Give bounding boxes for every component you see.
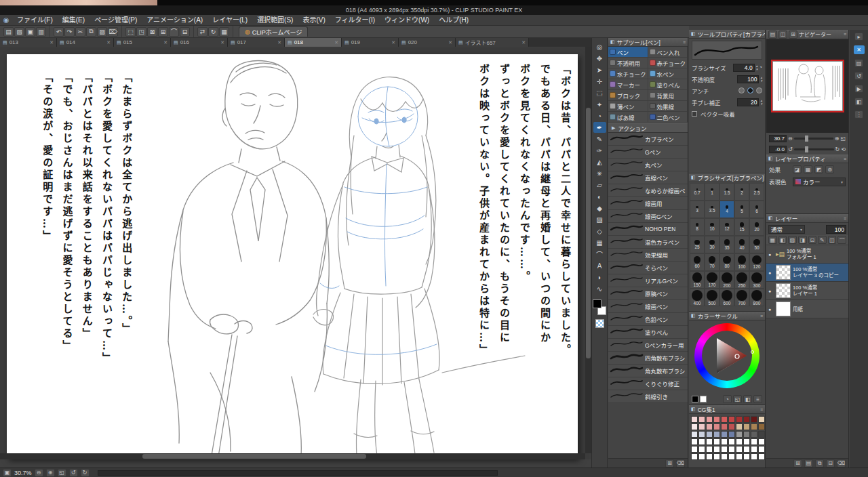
layer-thumbnail[interactable] [776,265,791,280]
layer-panel-header[interactable]: ◧ レイヤー ≡ [766,214,848,223]
background-color-chip[interactable] [700,396,707,402]
subtool-item[interactable]: 薄ペン [608,101,648,112]
save-all-icon[interactable]: ▥ [36,27,46,37]
brush-list-item[interactable]: なめらか線画ペ [608,184,688,197]
status-fit-icon[interactable]: ◱ [58,469,66,477]
brush-size-cell[interactable]: 0.7 [690,183,705,201]
color-swatch[interactable] [728,453,735,460]
brush-list-item[interactable]: 角丸散布ブラシ [608,365,688,377]
brush-list-item[interactable]: 四角散布ブラシ [608,352,688,365]
page-tab[interactable]: ▤015✕ [114,38,171,47]
navigator-zoom-value[interactable]: 30.7 [769,135,787,142]
balloon-tool[interactable]: ◗ [593,272,606,283]
undo-icon[interactable]: ↶ [54,27,64,37]
brush-size-cell[interactable]: 10 [705,218,719,236]
color-swatch[interactable] [691,423,698,430]
color-swatch[interactable] [758,423,765,430]
reset-rotation-icon[interactable]: ⟲ [841,146,846,152]
brush-size-cell[interactable]: 70 [705,253,719,271]
color-swatch[interactable] [758,431,765,438]
canvas-horizontal-scrollbar[interactable] [0,453,585,459]
new-folder-icon[interactable]: ▤ [804,459,813,468]
brush-size-cell[interactable]: 400 [690,289,705,306]
color-swatch[interactable] [743,416,750,423]
brush-list-item[interactable]: 丸ペン [608,159,688,171]
menu-item[interactable]: フィルター(I) [330,15,380,26]
eyedropper-tool[interactable]: ◔ [593,110,606,121]
brush-size-cell[interactable]: 600 [719,289,734,306]
lock-transparent-icon[interactable]: ▨ [788,236,797,244]
color-swatch[interactable] [706,416,713,423]
navigator-tab-icon[interactable]: ▤ [768,30,777,39]
subtool-item[interactable]: 赤チョーク [648,58,688,68]
add-subtool-icon[interactable]: ⊞ [665,459,674,468]
subview-tab-icon[interactable]: ◫ [778,30,787,39]
color-swatch[interactable] [706,431,713,438]
subtool-item[interactable]: ブロック [608,90,648,101]
brush-size-cell[interactable]: 250 [734,271,749,289]
color-swatch[interactable] [691,438,698,445]
brush-list-item[interactable]: NOHO PEN [608,223,688,236]
sv-triangle[interactable] [702,331,752,381]
color-swatch[interactable] [721,446,728,453]
move-tool[interactable]: ✥ [593,53,606,64]
menu-item[interactable]: ヘルプ(H) [434,15,473,26]
brush-list-item[interactable]: 色鉛ペン [608,313,688,326]
delete-layer-icon[interactable]: ⌫ [837,459,846,468]
brush-size-cell[interactable]: 5 [734,201,749,218]
brush-list-item[interactable]: 原稿ペン [608,287,688,300]
color-swatch[interactable] [721,416,728,423]
brush-list-item[interactable]: 混色カラペン [608,236,688,249]
brush-size-cell[interactable]: 2.5 [749,183,764,201]
invert-selection-icon[interactable]: ⊠ [147,27,157,37]
color-swatch[interactable] [758,438,765,445]
subtool-item[interactable]: 塗りぺん [648,79,688,90]
status-rotate-cw-icon[interactable]: ↻ [81,469,90,477]
color-swatch[interactable] [751,416,757,423]
color-swatch[interactable] [713,416,720,423]
draft-layer-icon[interactable]: ✎ [818,236,827,244]
extract-line-effect-icon[interactable]: ⊚ [825,165,834,173]
ruler-tool[interactable]: ⌒ [593,249,606,260]
brush-size-input[interactable]: 4.0 [733,64,755,72]
layer-panel-menu-icon[interactable]: ≡ [844,216,846,221]
layer-row[interactable]: ●100 %通常レイヤー 1 [766,282,848,300]
color-swatch[interactable] [713,438,720,445]
color-swatch[interactable] [743,423,750,430]
color-swatch[interactable] [743,446,750,453]
page-tab[interactable]: ▤019✕ [342,38,399,47]
border-selection-icon[interactable]: ⊞ [158,27,168,37]
color-swatch[interactable] [736,438,743,445]
brush-size-cell[interactable]: 12 [719,218,734,236]
brush-list-item[interactable]: 線画ペン [608,300,688,313]
brush-size-cell[interactable]: 60 [690,253,705,271]
brush-size-cell[interactable]: 6 [749,201,764,218]
brush-size-cell[interactable]: 200 [719,271,734,289]
blend-mode-select[interactable]: 通常 ▾ [768,225,805,234]
brush-list-item[interactable]: 塗りぺん [608,326,688,339]
open-file-icon[interactable]: ▧ [14,27,24,37]
brush-size-cell[interactable]: 500 [705,289,719,306]
copy-icon[interactable]: ⧉ [86,27,96,37]
menu-item[interactable]: 選択範囲(S) [252,15,298,26]
color-swatch[interactable] [698,453,705,460]
brush-size-cell[interactable]: 2 [734,183,749,201]
layer-visible-icon[interactable]: ● [768,289,774,293]
tab-close-icon[interactable]: ✕ [448,40,452,45]
color-swatch[interactable] [728,438,735,445]
layer-lock-icon[interactable]: ◧ [778,236,787,244]
main-sub-color-chips[interactable] [593,299,606,315]
blend-tool[interactable]: ◐ [593,191,606,202]
tab-close-icon[interactable]: ✕ [391,40,395,45]
subtool-item[interactable]: 効果線 [648,101,688,112]
brush-list-item[interactable]: 線画用 [608,197,688,210]
subtool-item[interactable]: マーカー [608,79,648,90]
anti-aliasing-strong-button[interactable] [756,87,762,94]
color-swatch[interactable] [751,431,757,438]
save-file-icon[interactable]: ▣ [25,27,35,37]
color-swatch[interactable] [713,446,720,453]
subtool-item[interactable]: 水チョーク [608,68,648,79]
brush-list-item[interactable]: そらペン [608,262,688,274]
panel-more-icon[interactable]: ⋮ [854,110,863,119]
tab-close-icon[interactable]: ✕ [521,40,526,45]
